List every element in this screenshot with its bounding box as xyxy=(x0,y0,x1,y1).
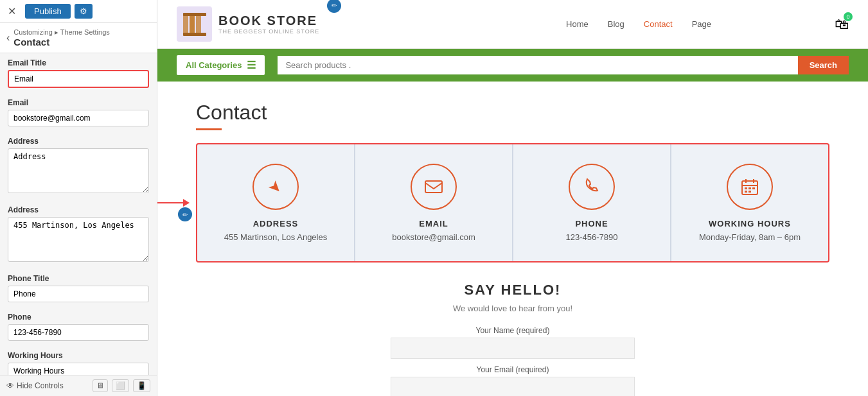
phone-icon xyxy=(569,164,615,210)
address-value-field-group: Address 455 Martinson, Los Angeles xyxy=(0,200,157,269)
working-hours-label: Working Hours xyxy=(8,351,149,360)
contact-title: Contact xyxy=(196,101,829,125)
contact-info-wrapper: ✏ ➤ ADDRESS 455 Martinson, Los Angeles xyxy=(196,143,829,263)
svg-rect-1 xyxy=(190,15,195,34)
arrow-annotation xyxy=(157,199,190,207)
email-icon xyxy=(411,164,457,210)
publish-button[interactable]: Publish xyxy=(25,4,71,19)
phone-title-field-group: Phone Title xyxy=(0,269,157,307)
say-hello-subtitle: We would love to hear from you! xyxy=(196,304,829,313)
contact-address-item: ➤ ADDRESS 455 Martinson, Los Angeles xyxy=(197,144,355,261)
breadcrumb-title: Contact xyxy=(13,37,109,47)
svg-rect-5 xyxy=(425,181,442,193)
edit-contact-info-button[interactable]: ✏ xyxy=(178,207,192,221)
svg-rect-0 xyxy=(183,15,188,34)
form-name-label: Your Name (required) xyxy=(391,326,635,335)
logo-tagline: THE BEGGEST ONLINE STORE xyxy=(218,28,319,35)
customizer-panel: ✕ Publish ⚙ ‹ Customizing ▸ Theme Settin… xyxy=(0,0,157,396)
categories-label: All Categories xyxy=(186,60,242,70)
nav-home[interactable]: Home xyxy=(566,19,589,29)
email-title-input[interactable] xyxy=(8,70,149,88)
categories-button[interactable]: All Categories ☰ xyxy=(177,55,265,75)
form-name-field: Your Name (required) xyxy=(391,326,635,359)
search-button[interactable]: Search xyxy=(798,56,849,74)
contact-email-item: EMAIL bookstore@gmail.com xyxy=(355,144,513,261)
email-label: Email xyxy=(8,98,149,107)
email-input[interactable] xyxy=(8,110,149,126)
nav-blog[interactable]: Blog xyxy=(608,19,624,29)
contact-title-underline xyxy=(196,128,222,130)
site-logo: BOOK STORE THE BEGGEST ONLINE STORE xyxy=(177,6,319,42)
svg-rect-10 xyxy=(745,187,747,189)
view-icons: 🖥 ⬜ 📱 xyxy=(93,379,150,392)
contact-phone-item: PHONE 123-456-7890 xyxy=(513,144,671,261)
svg-rect-13 xyxy=(745,191,747,193)
form-email-field: Your Email (required) xyxy=(391,365,635,396)
nav-page[interactable]: Page xyxy=(692,19,711,29)
say-hello-title: SAY HELLO! xyxy=(196,282,829,298)
form-email-input[interactable] xyxy=(391,377,635,396)
top-bar: ✕ Publish ⚙ xyxy=(0,0,157,23)
tablet-view-button[interactable]: ⬜ xyxy=(112,379,129,392)
hours-icon xyxy=(727,164,773,210)
svg-rect-2 xyxy=(196,15,201,34)
close-button[interactable]: ✕ xyxy=(5,5,19,17)
mobile-view-button[interactable]: 📱 xyxy=(133,379,150,392)
address-icon: ➤ xyxy=(252,164,299,210)
logo-text: BOOK STORE THE BEGGEST ONLINE STORE xyxy=(218,13,319,35)
categories-menu-icon: ☰ xyxy=(247,59,256,71)
email-value-display: bookstore@gmail.com xyxy=(392,232,475,242)
form-email-label: Your Email (required) xyxy=(391,365,635,374)
phone-value-display: 123-456-7890 xyxy=(566,232,618,242)
site-nav: Home Blog Contact Page xyxy=(566,19,711,29)
phone-field-group: Phone xyxy=(0,307,157,346)
address-label: ADDRESS xyxy=(253,219,299,228)
email-label-display: EMAIL xyxy=(419,219,448,228)
settings-button[interactable]: ⚙ xyxy=(75,4,93,19)
contact-info-box: ➤ ADDRESS 455 Martinson, Los Angeles xyxy=(196,143,829,263)
phone-label-display: PHONE xyxy=(575,219,608,228)
hide-controls-label: Hide Controls xyxy=(17,381,64,390)
address-value-textarea[interactable]: 455 Martinson, Los Angeles xyxy=(8,217,149,262)
say-hello-section: SAY HELLO! We would love to hear from yo… xyxy=(196,282,829,396)
breadcrumb: Customizing ▸ Theme Settings Contact xyxy=(13,28,109,47)
eye-icon: 👁 xyxy=(6,381,14,390)
edit-logo-button[interactable]: ✏ xyxy=(327,0,341,13)
form-name-input[interactable] xyxy=(391,338,635,359)
logo-icon xyxy=(177,6,212,42)
address-value: 455 Martinson, Los Angeles xyxy=(224,232,327,242)
back-button[interactable]: ‹ xyxy=(6,32,10,44)
panel-content: Email Title Email Address Address Addres… xyxy=(0,53,157,396)
hours-value-display: Monday-Friday, 8am – 6pm xyxy=(699,232,801,242)
phone-title-label: Phone Title xyxy=(8,274,149,283)
cart-icon[interactable]: 🛍 0 xyxy=(835,16,849,33)
site-preview: BOOK STORE THE BEGGEST ONLINE STORE ✏ Ho… xyxy=(157,0,868,396)
hours-label-display: WORKING HOURS xyxy=(709,219,791,228)
search-input[interactable] xyxy=(278,56,797,74)
breadcrumb-bar: ‹ Customizing ▸ Theme Settings Contact xyxy=(0,23,157,53)
desktop-view-button[interactable]: 🖥 xyxy=(93,379,108,392)
nav-contact[interactable]: Contact xyxy=(644,19,673,29)
panel-bottom: 👁 Hide Controls 🖥 ⬜ 📱 xyxy=(0,375,157,396)
cart-badge: 0 xyxy=(844,12,853,21)
email-field-group: Email xyxy=(0,93,157,132)
svg-rect-11 xyxy=(748,187,751,189)
search-bar-section: All Categories ☰ Search xyxy=(157,49,868,82)
email-title-field-group: Email Title xyxy=(0,53,157,93)
svg-rect-4 xyxy=(183,33,206,36)
svg-rect-12 xyxy=(752,187,755,189)
address-title-label: Address xyxy=(8,137,149,146)
contact-hours-item: WORKING HOURS Monday-Friday, 8am – 6pm xyxy=(671,144,828,261)
address-title-field-group: Address Address xyxy=(0,132,157,200)
hide-controls-toggle[interactable]: 👁 Hide Controls xyxy=(6,381,64,390)
phone-title-input[interactable] xyxy=(8,286,149,302)
phone-input[interactable] xyxy=(8,324,149,341)
svg-rect-14 xyxy=(748,191,751,193)
phone-label: Phone xyxy=(8,313,149,322)
address-value-label: Address xyxy=(8,205,149,214)
email-title-label: Email Title xyxy=(8,58,149,67)
logo-name: BOOK STORE xyxy=(218,13,319,28)
address-title-textarea[interactable]: Address xyxy=(8,148,149,193)
site-header: BOOK STORE THE BEGGEST ONLINE STORE ✏ Ho… xyxy=(157,0,868,49)
breadcrumb-path: Customizing ▸ Theme Settings xyxy=(13,28,109,37)
